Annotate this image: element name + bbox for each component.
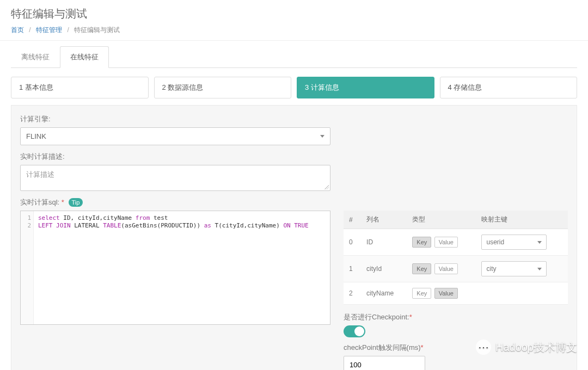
engine-value: FLINK [26, 132, 46, 140]
checkpoint-toggle[interactable] [344, 325, 365, 337]
th-idx: # [344, 211, 361, 229]
tip-badge[interactable]: Tip [69, 198, 83, 207]
cell-colname: cityName [361, 282, 407, 305]
checkpoint-label: 是否进行Checkpoint:* [344, 312, 568, 322]
sql-editor[interactable]: 12 select ID, cityId,cityName from test … [20, 211, 330, 325]
cell-idx: 2 [344, 282, 361, 305]
tab-online[interactable]: 在线特征 [60, 46, 109, 68]
th-col: 列名 [361, 211, 407, 229]
map-select[interactable]: city [481, 261, 547, 276]
value-button[interactable]: Value [434, 263, 458, 274]
step-compute[interactable]: 3 计算信息 [297, 77, 434, 98]
chevron-down-icon [537, 241, 542, 244]
chevron-down-icon [320, 135, 324, 138]
table-row: 1 cityId Key Value city [344, 256, 568, 282]
page-title: 特征编辑与测试 [11, 7, 577, 21]
wizard-steps: 1 基本信息 2 数据源信息 3 计算信息 4 存储信息 [11, 68, 577, 105]
value-button[interactable]: Value [434, 288, 458, 299]
watermark: ⋯ Hadoop技术博文 [476, 340, 577, 355]
engine-label: 计算引擎: [20, 114, 568, 124]
breadcrumb-home[interactable]: 首页 [11, 26, 24, 34]
cell-colname: ID [361, 229, 407, 256]
compute-panel: 计算引擎: FLINK 实时计算描述: 计算描述 实时计算sql: * Tip … [11, 105, 577, 370]
editor-gutter: 12 [21, 211, 34, 324]
key-button[interactable]: Key [412, 288, 431, 299]
columns-table: # 列名 类型 映射主键 0 ID Key Value userid 1 cit… [344, 211, 568, 305]
map-select[interactable]: userid [481, 235, 547, 250]
breadcrumb-current: 特征编辑与测试 [74, 26, 120, 34]
desc-label: 实时计算描述: [20, 152, 568, 162]
cp-interval-input[interactable] [344, 356, 425, 370]
step-storage[interactable]: 4 存储信息 [440, 77, 578, 98]
breadcrumb-manage[interactable]: 特征管理 [36, 26, 62, 34]
key-button[interactable]: Key [412, 237, 431, 248]
chevron-down-icon [537, 268, 542, 270]
th-map: 映射主键 [476, 211, 568, 229]
wechat-icon: ⋯ [476, 340, 491, 355]
step-datasource[interactable]: 2 数据源信息 [154, 77, 292, 98]
key-button[interactable]: Key [412, 263, 431, 274]
sql-code: select ID, cityId,cityName from test LEF… [34, 211, 313, 324]
sql-label: 实时计算sql: * Tip [20, 198, 568, 207]
desc-textarea[interactable]: 计算描述 [20, 165, 330, 191]
tabs: 离线特征 在线特征 [11, 46, 577, 68]
tab-offline[interactable]: 离线特征 [11, 46, 60, 68]
cell-idx: 1 [344, 256, 361, 282]
th-type: 类型 [407, 211, 476, 229]
table-row: 2 cityName Key Value [344, 282, 568, 305]
engine-select[interactable]: FLINK [20, 127, 330, 145]
step-basic[interactable]: 1 基本信息 [11, 77, 149, 98]
cell-colname: cityId [361, 256, 407, 282]
table-row: 0 ID Key Value userid [344, 229, 568, 256]
value-button[interactable]: Value [434, 237, 458, 248]
breadcrumb: 首页 / 特征管理 / 特征编辑与测试 [11, 26, 577, 35]
cell-idx: 0 [344, 229, 361, 256]
